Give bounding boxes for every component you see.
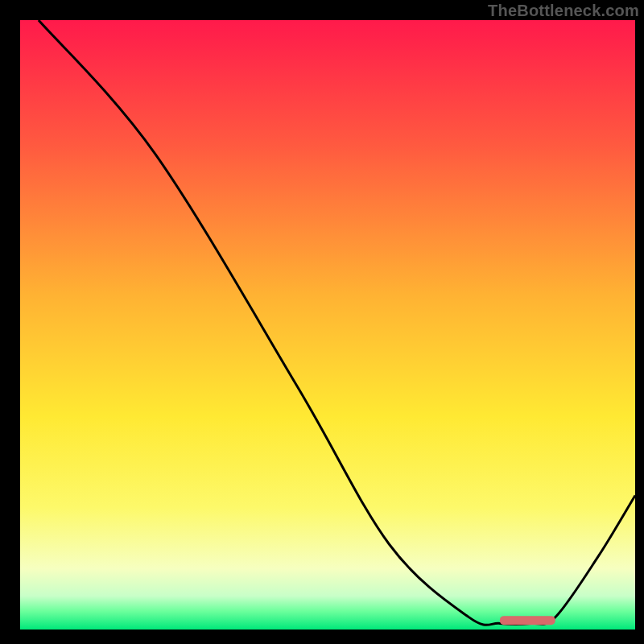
bottleneck-chart bbox=[0, 0, 644, 644]
plot-background bbox=[20, 20, 635, 630]
watermark-text: TheBottleneck.com bbox=[488, 2, 639, 20]
optimal-band-marker bbox=[500, 616, 555, 625]
chart-container: TheBottleneck.com bbox=[0, 0, 644, 644]
